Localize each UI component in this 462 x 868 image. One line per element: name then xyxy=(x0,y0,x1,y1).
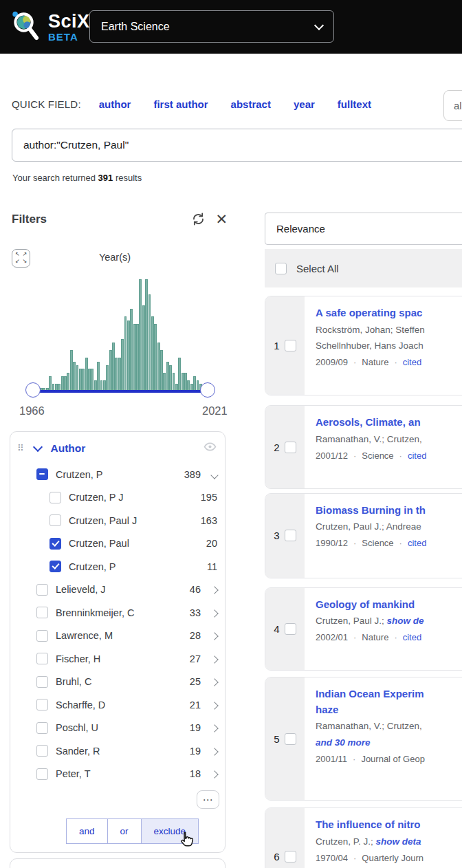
year-bar-1969[interactable] xyxy=(49,376,52,391)
close-filters-icon[interactable]: ✕ xyxy=(215,212,228,226)
facet-row-label[interactable]: Fischer, H xyxy=(56,653,190,664)
chevron-right-icon[interactable] xyxy=(201,653,217,664)
result-title[interactable]: Geology of mankind xyxy=(316,597,462,613)
facet-row-label[interactable]: Brenninkmeijer, C xyxy=(56,607,190,618)
result-checkbox[interactable] xyxy=(285,733,296,745)
year-bar-1978[interactable] xyxy=(76,365,79,391)
chevron-right-icon[interactable] xyxy=(201,768,217,779)
year-bar-2008[interactable] xyxy=(166,362,169,391)
facet-row-label[interactable]: Crutzen, P xyxy=(69,561,207,572)
facet-row-label[interactable]: Crutzen, P J xyxy=(69,492,201,503)
result-checkbox[interactable] xyxy=(285,623,296,635)
quick-field-link-year[interactable]: year xyxy=(294,98,315,110)
year-slider-handle-min[interactable] xyxy=(25,382,41,398)
facet-checkbox[interactable] xyxy=(36,607,48,618)
year-bar-1973[interactable] xyxy=(61,376,64,391)
facet-checkbox[interactable] xyxy=(50,538,61,550)
year-bar-1991[interactable] xyxy=(115,358,118,391)
year-bar-2007[interactable] xyxy=(163,373,166,391)
chevron-right-icon[interactable] xyxy=(201,630,217,641)
year-bar-2004[interactable] xyxy=(154,324,157,391)
year-bar-2001[interactable] xyxy=(145,279,148,391)
result-title[interactable]: A safe operating spac xyxy=(316,305,462,321)
year-bar-2009[interactable] xyxy=(169,365,172,391)
year-bar-1975[interactable] xyxy=(67,373,69,391)
year-bar-1976[interactable] xyxy=(70,350,73,391)
year-bar-2013[interactable] xyxy=(182,373,184,391)
result-title[interactable]: Biomass Burning in th xyxy=(316,503,462,519)
facet-checkbox[interactable] xyxy=(50,514,61,526)
facet-checkbox[interactable] xyxy=(36,653,48,664)
result-checkbox[interactable] xyxy=(285,340,296,351)
year-bar-1981[interactable] xyxy=(85,358,88,391)
year-bar-1996[interactable] xyxy=(130,309,133,391)
chevron-down-icon[interactable] xyxy=(201,469,217,480)
year-bar-1979[interactable] xyxy=(79,369,82,391)
year-bar-1988[interactable] xyxy=(106,365,109,391)
year-bar-1983[interactable] xyxy=(91,369,94,391)
year-bar-1999[interactable] xyxy=(139,279,142,391)
facet-row-label[interactable]: Lelieveld, J xyxy=(56,584,190,595)
year-bar-2003[interactable] xyxy=(151,316,154,391)
quick-field-link-abstract[interactable]: abstract xyxy=(231,98,271,110)
quick-field-link-author[interactable]: author xyxy=(99,98,131,110)
cited-link[interactable]: cited xyxy=(408,538,426,548)
sort-select[interactable]: Relevance xyxy=(265,213,462,245)
facet-row-label[interactable]: Poschl, U xyxy=(56,722,190,733)
year-bar-1982[interactable] xyxy=(88,369,91,391)
year-bar-2005[interactable] xyxy=(157,343,160,391)
chevron-right-icon[interactable] xyxy=(201,699,217,710)
quick-field-link-first-author[interactable]: first author xyxy=(153,98,208,110)
year-slider-handle-max[interactable] xyxy=(200,382,215,398)
result-checkbox[interactable] xyxy=(285,530,296,541)
facet-row-label[interactable]: Bruhl, C xyxy=(56,676,190,687)
year-bar-1992[interactable] xyxy=(118,358,121,391)
year-bar-2014[interactable] xyxy=(184,373,187,391)
facet-row-label[interactable]: Crutzen, Paul J xyxy=(69,515,201,526)
year-bar-2006[interactable] xyxy=(160,350,163,391)
year-bar-1989[interactable] xyxy=(109,350,112,391)
logic-or-button[interactable]: or xyxy=(108,818,142,844)
facet-checkbox[interactable] xyxy=(50,492,61,503)
year-bar-1990[interactable] xyxy=(112,343,115,391)
result-checkbox[interactable] xyxy=(285,851,296,862)
chevron-right-icon[interactable] xyxy=(201,607,217,618)
result-title[interactable]: Indian Ocean Experim xyxy=(316,686,462,702)
cited-link[interactable]: cited xyxy=(403,357,421,367)
refresh-filters-icon[interactable] xyxy=(191,212,206,226)
expand-chart-icon[interactable]: ↖↗ ↙↘ xyxy=(12,249,30,268)
facet-checkbox[interactable] xyxy=(36,584,48,596)
search-input[interactable] xyxy=(12,129,462,162)
all-search-terms-button[interactable]: all s xyxy=(443,90,462,121)
show-details-link[interactable]: show deta xyxy=(376,836,421,847)
chevron-right-icon[interactable] xyxy=(201,584,217,595)
year-bar-2017[interactable] xyxy=(193,376,196,391)
year-bar-1974[interactable] xyxy=(64,376,67,391)
logic-and-button[interactable]: and xyxy=(66,818,108,844)
year-bar-1993[interactable] xyxy=(121,339,124,391)
result-title[interactable]: The influence of nitro xyxy=(316,817,462,833)
facet-checkbox[interactable] xyxy=(36,745,48,757)
facet-checkbox[interactable] xyxy=(36,468,48,480)
year-bars[interactable] xyxy=(40,279,208,391)
year-bar-2000[interactable] xyxy=(142,305,145,391)
show-details-link[interactable]: and 30 more xyxy=(316,737,371,748)
year-slider-track[interactable] xyxy=(33,390,207,393)
facet-row-label[interactable]: Sander, R xyxy=(56,746,190,757)
year-bar-1998[interactable] xyxy=(136,324,139,391)
facet-checkbox[interactable] xyxy=(36,630,48,642)
facet-row-label[interactable]: Lawrence, M xyxy=(56,630,190,641)
logic-exclude-button[interactable]: exclude xyxy=(142,818,199,844)
chevron-right-icon[interactable] xyxy=(201,722,217,733)
facet-checkbox[interactable] xyxy=(36,699,48,710)
year-bar-1997[interactable] xyxy=(133,324,136,391)
year-bar-1985[interactable] xyxy=(97,362,100,391)
facet-checkbox[interactable] xyxy=(36,768,48,780)
year-bar-1995[interactable] xyxy=(127,321,130,391)
year-bar-2002[interactable] xyxy=(148,294,151,391)
select-all-checkbox[interactable] xyxy=(275,263,287,274)
eye-icon[interactable] xyxy=(204,440,217,456)
year-bar-2010[interactable] xyxy=(173,373,175,391)
facet-checkbox[interactable] xyxy=(36,676,48,688)
year-bar-1980[interactable] xyxy=(82,369,85,391)
